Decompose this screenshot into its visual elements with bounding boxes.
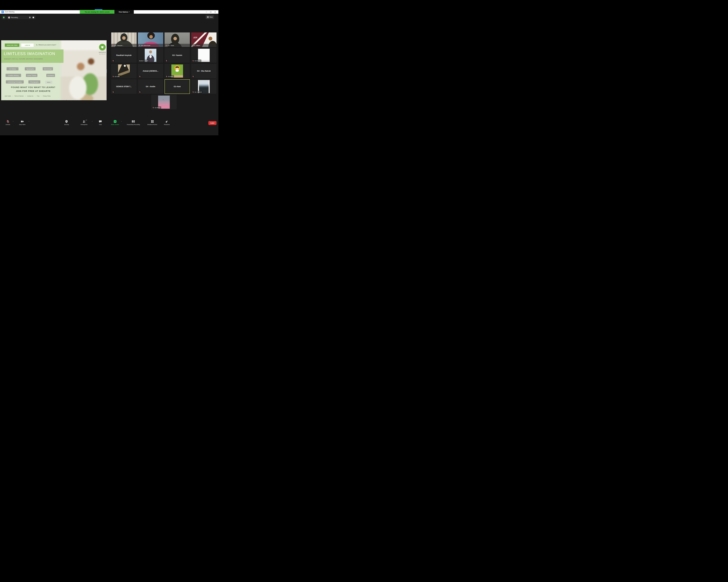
participant-tile[interactable]: G3-Adlin <box>111 64 136 78</box>
mic-muted-icon <box>112 60 114 61</box>
screen: Zoom Meeting You are viewing G1 -Aimi's … <box>0 0 218 145</box>
toolbar-label: Stop Video <box>19 124 25 125</box>
share-screen-icon <box>113 120 116 123</box>
toolbar-chat[interactable]: Chat <box>99 120 102 125</box>
view-options-label: View Options <box>119 11 128 13</box>
category-tag: Web Design <box>43 67 53 71</box>
participant-tile[interactable]: G1-Aimi <box>164 79 190 94</box>
maximize-button[interactable] <box>209 11 212 13</box>
chevron-down-icon: ▾ <box>129 11 130 12</box>
participant-name: G4 - Amilin <box>138 79 163 94</box>
pause-recording-icon[interactable] <box>29 17 31 18</box>
divider: | <box>12 95 13 97</box>
mic-muted-icon <box>192 91 194 93</box>
toolbar-reactions[interactable]: Reactions <box>164 120 170 125</box>
mic-muted-icon <box>192 45 193 46</box>
mouse-cursor <box>66 100 68 100</box>
leave-button[interactable]: Leave <box>208 121 216 125</box>
participant-tile[interactable]: G2- ANISAH <box>191 79 216 94</box>
participant-name: G3-Adlin <box>114 76 120 77</box>
grid-view-icon <box>207 16 209 18</box>
toolbar-pause-stop-recording[interactable]: Pause/Stop Recording <box>127 120 140 125</box>
heading-band: LIMITLESS IMAGINATION HIDEOUT FOR ALL FU… <box>1 50 63 63</box>
shield-icon <box>65 120 68 123</box>
participant-name-bar: G4 - Maryam... <box>111 44 136 47</box>
participant-name: G4 - Sha Natrah <box>191 64 216 78</box>
participant-tile[interactable]: G3 Naim <box>164 64 190 78</box>
chevron-up-icon[interactable]: ⌃ <box>92 121 93 122</box>
muted-indicator <box>192 75 194 78</box>
participant-tile[interactable]: G3-Husna <box>191 48 216 62</box>
toolbar-unmute[interactable]: Unmute <box>5 120 10 125</box>
footer-link: User Guide <box>5 95 11 97</box>
panel-resize-handle[interactable] <box>106 69 107 73</box>
join-for-free-button: JOIN FOR FREE <box>5 44 19 47</box>
toolbar-security[interactable]: Security <box>64 120 69 125</box>
participant-tile[interactable]: Aishah (GENIUS... <box>138 64 163 78</box>
view-button-label: View <box>209 16 213 18</box>
search-icon <box>36 44 37 46</box>
participant-name: G2-IDRIZ <box>155 107 160 108</box>
meeting-toolbar: Leave Unmute⌃ Stop Video⌃ Security17 Par… <box>0 119 218 131</box>
category-tag: Typography <box>25 67 35 71</box>
toolbar-label: Share Screen <box>111 124 119 125</box>
toolbar-label: Participants <box>80 124 87 125</box>
muted-indicator <box>112 91 114 93</box>
shared-screen[interactable]: JOIN FOR FREE LOG IN What do you want to… <box>1 40 107 100</box>
participant-name-chip: G3-Husna <box>192 59 201 62</box>
toolbar-label: Unmute <box>5 124 10 125</box>
log-in-button: LOG IN <box>21 44 34 47</box>
toolbar-label: Security <box>64 124 69 125</box>
mic-muted-icon <box>165 45 167 46</box>
toolbar-breakout-rooms[interactable]: Breakout Rooms <box>147 120 157 125</box>
participant-name: G3 - Alyaa <box>167 45 174 46</box>
participant-name: G3 -Yasmin <box>164 48 190 62</box>
meeting-area: Recording... View JOIN FOR FREE LOG IN W… <box>0 14 218 135</box>
view-button[interactable]: View <box>206 15 214 19</box>
participant-tile[interactable]: G3 -Yasmin <box>164 48 190 62</box>
participant-tile[interactable]: G4 - Maryam... <box>111 32 136 47</box>
toolbar-stop-video[interactable]: Stop Video <box>19 120 25 125</box>
participant-grid: G4 - Maryam... Yee Siew Kuan G3 - AlyaaI… <box>111 32 216 124</box>
muted-indicator <box>138 91 141 93</box>
participant-tile[interactable]: G3 - Alyaa <box>164 32 190 47</box>
participant-tile[interactable]: Raudhah Insyirah <box>111 48 136 62</box>
chevron-up-icon[interactable]: ⌃ <box>12 121 14 122</box>
chevron-up-icon[interactable]: ⌃ <box>121 121 122 122</box>
divider: | <box>25 95 26 97</box>
muted-indicator <box>165 59 168 62</box>
footer-link: Terms of Service <box>15 95 24 97</box>
participant-tile[interactable]: IUc 4. Adham <box>191 32 216 47</box>
participant-name: Aishah (GENIUS... <box>138 64 163 78</box>
view-options-button[interactable]: View Options ▾ <box>114 10 134 14</box>
chevron-up-icon[interactable]: ⌃ <box>28 121 30 122</box>
footer-link: Contact Us <box>27 95 33 97</box>
close-button[interactable] <box>213 11 217 13</box>
toolbar-share-screen[interactable]: Share Screen <box>111 120 119 125</box>
footer-link: Privacy Policy <box>43 95 51 97</box>
category-tag: Advertising Principles <box>6 80 24 84</box>
participant-name: G1-Aimi <box>165 80 189 93</box>
participant-name: 4. Adham <box>194 45 200 46</box>
security-shield-icon[interactable] <box>2 16 6 20</box>
participant-tile[interactable]: Yee Siew Kuan <box>138 32 163 47</box>
participant-tile[interactable]: G2-IDRIZ <box>151 95 177 109</box>
participant-name: GENIUS STEM T... <box>111 79 136 94</box>
category-tag: Creative Writing <box>5 74 21 77</box>
site-footer: User Guide|Terms of Service|Contact Us|F… <box>5 95 51 97</box>
chat-icon <box>99 120 102 123</box>
participant-tile[interactable]: Seelan V. Karthi <box>138 48 163 62</box>
participant-tile[interactable]: GENIUS STEM T... <box>111 79 136 94</box>
participant-tile[interactable]: G4 - Amilin <box>138 79 163 94</box>
mic-muted-icon <box>166 60 167 61</box>
stop-recording-icon[interactable] <box>33 17 34 18</box>
participants-count-badge: 17 <box>86 119 87 121</box>
category-tag: Colour Theory <box>26 74 37 77</box>
toolbar-label: Reactions <box>164 124 170 125</box>
participant-name: G2- ANISAH <box>194 91 202 93</box>
toolbar-participants[interactable]: 17 Participants <box>80 120 87 125</box>
site-logo: DHEARTE by X Æ A-12 <box>96 44 107 55</box>
mic-muted-icon <box>192 60 194 61</box>
minimize-button[interactable] <box>205 11 208 13</box>
participant-tile[interactable]: G4 - Sha Natrah <box>191 64 216 78</box>
